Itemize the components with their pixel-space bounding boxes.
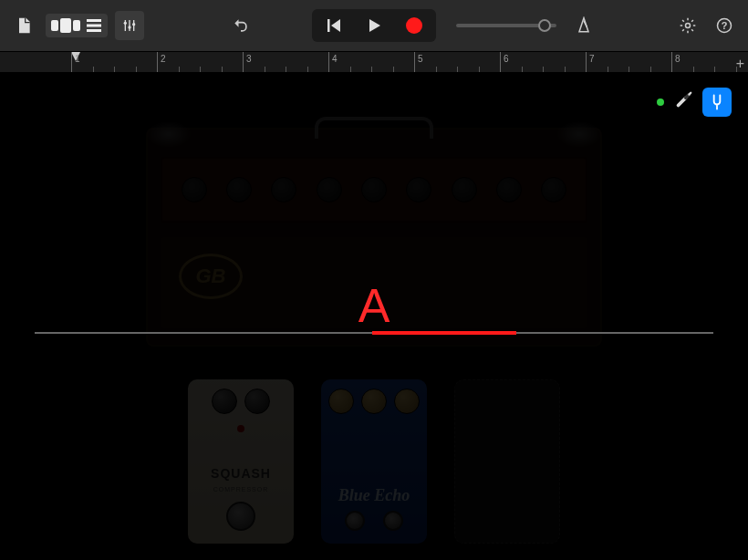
record-icon — [406, 17, 422, 34]
list-icon — [86, 17, 102, 34]
play-button[interactable] — [354, 11, 394, 40]
pedal-squash[interactable]: SQUASHCOMPRESSOR — [188, 379, 294, 544]
timeline-ruler[interactable]: 12345678 + — [0, 51, 748, 73]
view-toggles — [657, 88, 732, 117]
ruler-bar-marker: 1 — [71, 52, 80, 72]
add-section-button[interactable]: + — [736, 56, 744, 72]
pedal-footswitch[interactable] — [226, 502, 255, 531]
ruler-bar-marker: 2 — [157, 52, 166, 72]
track-controls-button[interactable] — [115, 11, 144, 40]
pedal-subtitle: COMPRESSOR — [213, 486, 269, 493]
document-icon — [15, 16, 33, 35]
record-button[interactable] — [394, 11, 434, 40]
pedalboard: SQUASHCOMPRESSORBlue Echo — [188, 379, 560, 544]
ruler-bar-marker: 8 — [671, 52, 680, 72]
svg-rect-1 — [60, 18, 71, 33]
amp-knob[interactable] — [182, 177, 207, 202]
pedal-led — [237, 425, 244, 432]
tuning-fork-icon — [708, 93, 726, 111]
svg-rect-4 — [87, 25, 101, 27]
pedal-footswitch[interactable] — [383, 511, 403, 531]
svg-rect-3 — [87, 19, 101, 22]
pedal-footswitch[interactable] — [345, 511, 365, 531]
ruler-bar-marker: 3 — [243, 52, 252, 72]
svg-rect-5 — [87, 29, 101, 32]
input-jack-icon — [673, 90, 693, 110]
pedal-knob[interactable] — [212, 389, 237, 414]
tuner-note: A — [358, 278, 390, 333]
help-button[interactable]: ? — [710, 11, 739, 40]
pedal-echo[interactable]: Blue Echo — [321, 379, 427, 544]
top-toolbar: ? — [0, 0, 748, 51]
svg-text:?: ? — [722, 20, 728, 31]
volume-thumb[interactable] — [538, 19, 551, 32]
master-volume-slider[interactable] — [456, 24, 556, 27]
amp-knob[interactable] — [406, 177, 431, 202]
ruler-bar-marker: 4 — [328, 52, 338, 72]
svg-point-8 — [132, 23, 135, 26]
ruler-bar-marker: 7 — [586, 52, 595, 72]
input-jack-button[interactable] — [673, 90, 693, 114]
amp-knob[interactable] — [226, 177, 252, 202]
sliders-icon — [122, 16, 137, 35]
tracks-view-button[interactable] — [46, 14, 108, 37]
svg-rect-0 — [51, 20, 58, 31]
input-status-indicator — [657, 99, 664, 106]
tracks-view-icon — [51, 17, 84, 34]
amp-knob[interactable] — [541, 177, 566, 202]
amp-knob[interactable] — [317, 177, 342, 202]
amp-logo: GB — [179, 254, 243, 299]
metronome-button[interactable] — [569, 11, 598, 40]
gear-icon — [679, 16, 697, 35]
svg-point-6 — [124, 22, 127, 25]
settings-button[interactable] — [673, 11, 702, 40]
amp-knob[interactable] — [452, 177, 477, 202]
pedal-knob[interactable] — [328, 389, 354, 414]
rewind-button[interactable] — [314, 11, 354, 40]
browser-button[interactable] — [9, 11, 38, 40]
svg-point-11 — [686, 24, 691, 28]
help-icon: ? — [715, 16, 733, 35]
pedal-name: Blue Echo — [338, 486, 410, 505]
pedal-name: SQUASH — [211, 466, 271, 481]
svg-rect-2 — [73, 20, 80, 31]
main-view: GB A SQUASHCOMPRESSORBlue Echo — [0, 73, 748, 560]
ruler-bar-marker: 6 — [500, 52, 509, 72]
svg-point-7 — [128, 26, 130, 28]
amp-knob[interactable] — [361, 177, 387, 202]
go-to-start-icon — [326, 17, 342, 34]
ruler-bar-marker: 5 — [414, 52, 423, 72]
transport-controls — [312, 9, 436, 42]
pedal-knob[interactable] — [361, 389, 387, 414]
amp-knob[interactable] — [271, 177, 296, 202]
svg-rect-9 — [327, 19, 330, 32]
tuner-pitch-indicator — [372, 331, 516, 335]
pedal-empty[interactable] — [454, 379, 560, 544]
play-icon — [366, 17, 382, 34]
undo-button[interactable] — [226, 11, 255, 40]
tuner-button[interactable] — [702, 88, 732, 117]
amp-knob[interactable] — [496, 177, 522, 202]
pedal-knob[interactable] — [394, 389, 420, 414]
undo-icon — [232, 16, 250, 35]
metronome-icon — [575, 16, 593, 35]
pedal-knob[interactable] — [244, 389, 270, 414]
